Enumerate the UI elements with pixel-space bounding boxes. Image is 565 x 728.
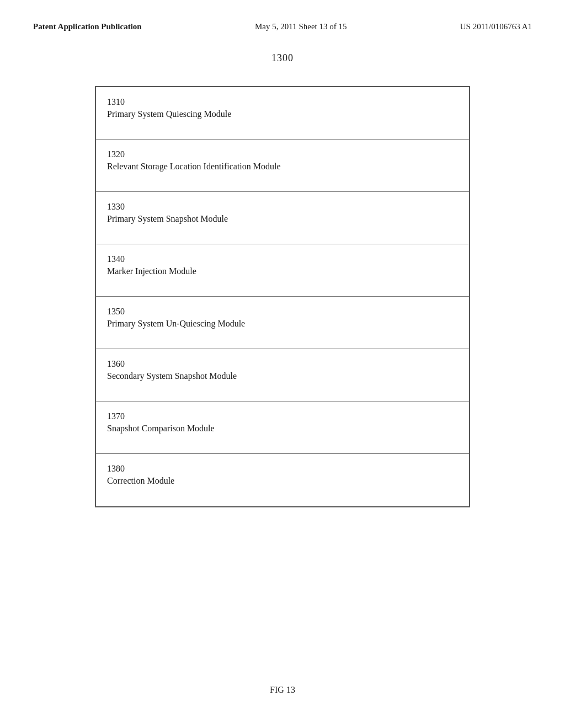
module-name-1360: Secondary System Snapshot Module bbox=[107, 371, 458, 381]
module-number-1310: 1310 bbox=[107, 97, 458, 107]
module-name-1340: Marker Injection Module bbox=[107, 266, 458, 276]
module-number-1320: 1320 bbox=[107, 149, 458, 159]
module-name-1330: Primary System Snapshot Module bbox=[107, 214, 458, 224]
module-row-1370: 1370 Snapshot Comparison Module bbox=[96, 402, 469, 454]
module-name-1350: Primary System Un-Quiescing Module bbox=[107, 319, 458, 329]
module-name-1380: Correction Module bbox=[107, 476, 458, 486]
module-row-1340: 1340 Marker Injection Module bbox=[96, 244, 469, 297]
module-number-1370: 1370 bbox=[107, 411, 458, 421]
module-name-1310: Primary System Quiescing Module bbox=[107, 109, 458, 119]
module-row-1310: 1310 Primary System Quiescing Module bbox=[96, 87, 469, 140]
module-row-1330: 1330 Primary System Snapshot Module bbox=[96, 192, 469, 244]
date-sheet-label: May 5, 2011 Sheet 13 of 15 bbox=[255, 22, 347, 31]
page-header: Patent Application Publication May 5, 20… bbox=[33, 22, 532, 36]
module-name-1370: Snapshot Comparison Module bbox=[107, 424, 458, 433]
module-number-1380: 1380 bbox=[107, 464, 458, 474]
module-name-1320: Relevant Storage Location Identification… bbox=[107, 162, 458, 172]
publication-label: Patent Application Publication bbox=[33, 22, 142, 31]
module-number-1350: 1350 bbox=[107, 307, 458, 317]
figure-label: FIG 13 bbox=[0, 685, 565, 695]
module-row-1350: 1350 Primary System Un-Quiescing Module bbox=[96, 297, 469, 349]
module-number-1340: 1340 bbox=[107, 254, 458, 264]
module-number-1330: 1330 bbox=[107, 202, 458, 212]
module-diagram: 1310 Primary System Quiescing Module 132… bbox=[95, 86, 470, 507]
module-row-1360: 1360 Secondary System Snapshot Module bbox=[96, 349, 469, 402]
patent-number-label: US 2011/0106763 A1 bbox=[460, 22, 532, 31]
module-number-1360: 1360 bbox=[107, 359, 458, 369]
module-row-1380: 1380 Correction Module bbox=[96, 454, 469, 506]
figure-top-number: 1300 bbox=[33, 52, 532, 64]
page: Patent Application Publication May 5, 20… bbox=[0, 0, 565, 728]
module-row-1320: 1320 Relevant Storage Location Identific… bbox=[96, 140, 469, 192]
